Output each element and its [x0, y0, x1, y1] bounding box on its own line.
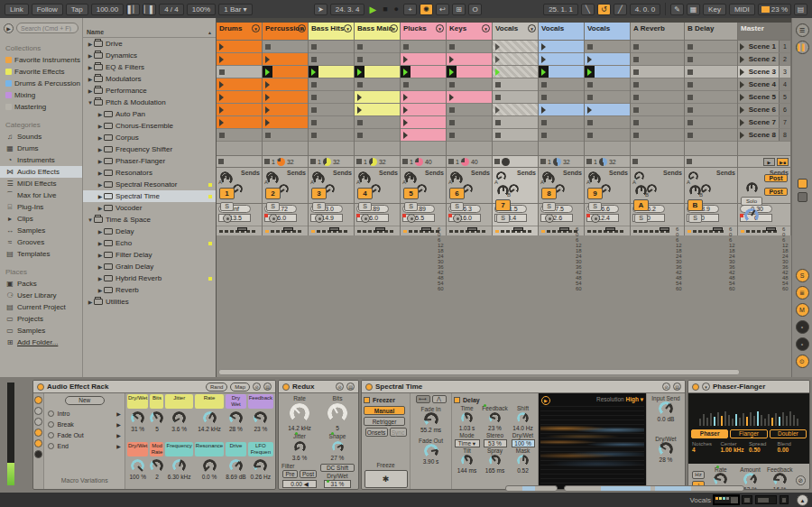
- fold-device-icon[interactable]: ▾: [702, 383, 710, 391]
- pan-knob[interactable]: [589, 173, 601, 185]
- clip[interactable]: [447, 53, 492, 66]
- clip-slot[interactable]: [355, 78, 400, 91]
- sidebar-item-mastering[interactable]: Mastering: [0, 101, 82, 113]
- clip-launch-button[interactable]: [539, 53, 549, 65]
- track-header[interactable]: Bass Hits▾: [309, 23, 354, 41]
- clip-slot[interactable]: [539, 78, 584, 91]
- clip-launch-button[interactable]: [217, 78, 226, 90]
- rate-hz-button[interactable]: Hz: [692, 471, 705, 479]
- track-stop-button[interactable]: [494, 159, 500, 164]
- return-slot[interactable]: [631, 53, 684, 66]
- track-activator-button[interactable]: 6: [449, 188, 465, 199]
- tree-item-delay[interactable]: ▶Delay: [83, 226, 216, 237]
- sidebar-item-samples[interactable]: ▭Samples: [0, 325, 82, 336]
- track-header[interactable]: Plucks▾: [401, 23, 446, 41]
- track-header[interactable]: Vocals: [539, 23, 584, 41]
- macro-variation-row[interactable]: End▶: [48, 440, 120, 451]
- clip[interactable]: [539, 104, 584, 116]
- overdub-icon[interactable]: +: [403, 4, 417, 15]
- macro-knob[interactable]: [150, 411, 163, 425]
- arm-button[interactable]: [407, 214, 416, 223]
- rack-rand-button[interactable]: Rand: [206, 383, 227, 392]
- clip[interactable]: [493, 66, 538, 78]
- track-fold-icon[interactable]: ▾: [344, 24, 352, 32]
- clip-launch-button[interactable]: [263, 66, 272, 78]
- expand-icon[interactable]: ▶: [97, 146, 104, 152]
- tree-item-filter-delay[interactable]: ▶Filter Delay: [83, 249, 216, 261]
- track-activator-button[interactable]: A: [633, 199, 649, 211]
- freezer-toggle-icon[interactable]: [364, 397, 370, 403]
- clip[interactable]: [355, 104, 400, 116]
- solo-button[interactable]: S: [312, 202, 326, 211]
- track-header[interactable]: Drums▾: [217, 23, 262, 41]
- tree-header[interactable]: Name ▲: [83, 27, 216, 38]
- cue-volume-knob[interactable]: [744, 208, 759, 223]
- clip[interactable]: [493, 53, 538, 66]
- session-record-icon[interactable]: O: [468, 4, 482, 15]
- clip-launch-button[interactable]: [585, 66, 595, 78]
- param-value[interactable]: 0.00: [778, 447, 807, 453]
- play-button[interactable]: ▶: [367, 4, 378, 15]
- fader-handle[interactable]: [513, 227, 523, 231]
- clip[interactable]: [263, 66, 308, 78]
- clip-slot[interactable]: [355, 129, 400, 142]
- arm-button[interactable]: [315, 214, 324, 223]
- clip[interactable]: [401, 116, 446, 129]
- delay-shift-knob[interactable]: [517, 412, 529, 424]
- macro-value[interactable]: 8.69 dB: [226, 474, 245, 481]
- hard-disk-overload-icon[interactable]: ▤: [794, 4, 807, 15]
- tree-item-dynamics[interactable]: ▶Dynamics: [83, 50, 216, 61]
- fader-handle[interactable]: [237, 227, 247, 231]
- clip-launch-button[interactable]: [401, 66, 411, 78]
- fade-in-knob[interactable]: [424, 412, 438, 427]
- solo-button[interactable]: S: [496, 214, 510, 223]
- master-solo-button[interactable]: Solo: [741, 197, 762, 206]
- return-slot[interactable]: [685, 104, 737, 116]
- clip[interactable]: [401, 53, 446, 66]
- device-activator-icon[interactable]: [37, 383, 44, 391]
- return-slot[interactable]: [631, 116, 684, 129]
- track-stop-button[interactable]: [310, 159, 316, 164]
- mode-button-flanger[interactable]: Flanger: [730, 429, 767, 438]
- show-chains-icon[interactable]: [34, 439, 42, 447]
- clip[interactable]: [263, 116, 308, 129]
- hot-swap-icon[interactable]: ⊘: [336, 383, 344, 391]
- delay-spray-knob[interactable]: [489, 455, 501, 466]
- phaser-rate-knob[interactable]: [714, 473, 727, 486]
- return-slot[interactable]: [631, 104, 684, 116]
- macro-value[interactable]: 31 %: [131, 426, 144, 433]
- macro-value[interactable]: 3.6 %: [171, 426, 187, 433]
- rack-title-bar[interactable]: Audio Effect Rack Rand Map ⊘ ▤: [33, 381, 275, 393]
- clip[interactable]: [493, 41, 538, 53]
- track-header[interactable]: Vocals: [585, 23, 630, 41]
- track-stop-button[interactable]: [448, 159, 454, 164]
- clip-slot[interactable]: [309, 129, 354, 142]
- expand-icon[interactable]: ▶: [87, 64, 94, 70]
- macro-value[interactable]: 6.30 kHz: [168, 474, 191, 481]
- xfade-crossfade-icon[interactable]: ⟷: [416, 395, 430, 403]
- fader-handle[interactable]: [713, 227, 723, 231]
- clip-launch-button[interactable]: [217, 116, 226, 128]
- clip[interactable]: [585, 104, 630, 116]
- fader-handle[interactable]: [766, 227, 776, 231]
- clip-slot[interactable]: [217, 129, 262, 142]
- expand-icon[interactable]: ▶: [97, 252, 104, 258]
- tap-tempo-button[interactable]: Tap: [66, 4, 88, 15]
- track-activator-button[interactable]: 9: [587, 188, 603, 199]
- delay-toggle-icon[interactable]: [454, 397, 460, 403]
- clip-slot[interactable]: [263, 129, 308, 142]
- nudge-up-icon[interactable]: ▏▌: [143, 4, 156, 15]
- macro-value[interactable]: 0.26 Hz: [251, 474, 271, 481]
- search-input[interactable]: [16, 23, 78, 33]
- track-fold-icon[interactable]: ▾: [528, 24, 536, 32]
- freeze-sync-button[interactable]: Sync: [390, 428, 407, 437]
- clip-launch-button[interactable]: [263, 116, 272, 128]
- clip-launch-button[interactable]: [355, 91, 364, 103]
- sidebar-item-sounds[interactable]: ♫Sounds: [0, 131, 82, 143]
- device-chain-thumbnail[interactable]: [714, 495, 739, 504]
- sort-icon[interactable]: ▲: [208, 30, 212, 35]
- clip-launch-button[interactable]: [263, 104, 272, 115]
- xfade-envelope-icon[interactable]: ⋀: [432, 395, 447, 403]
- clip-slot[interactable]: [447, 104, 492, 116]
- clip-slot[interactable]: [401, 78, 446, 91]
